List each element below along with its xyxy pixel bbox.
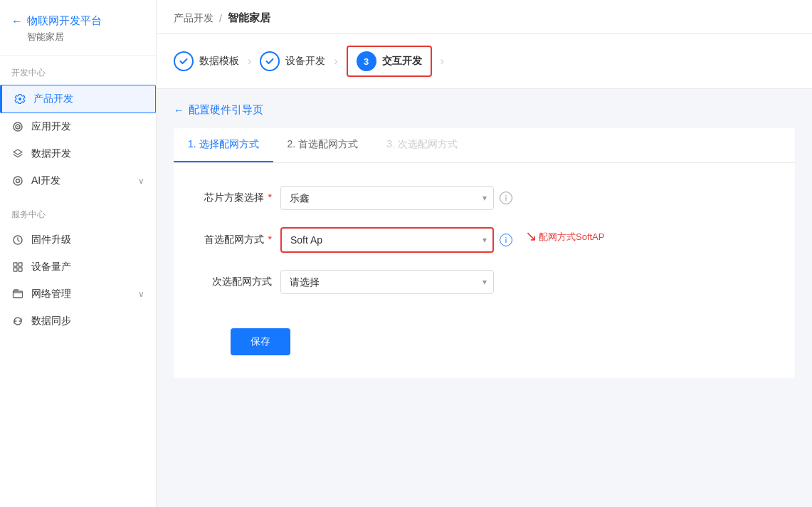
primary-info-icon[interactable]: i	[500, 234, 512, 246]
svg-rect-9	[19, 268, 22, 271]
sidebar-item-mass-prod-label: 设备量产	[31, 261, 71, 273]
save-button[interactable]: 保存	[231, 328, 290, 355]
back-arrow-icon: ←	[11, 15, 23, 28]
sidebar-item-data-sync[interactable]: 数据同步	[0, 308, 156, 335]
ai-icon	[11, 174, 24, 187]
secondary-network-form-control: 请选择 ▾	[280, 270, 494, 294]
sidebar-item-firmware[interactable]: 固件升级	[0, 226, 156, 254]
tabs-bar: 1. 选择配网方式 2. 首选配网方式 3. 次选配网方式	[174, 128, 795, 163]
gear-icon	[14, 93, 26, 105]
annotation: ↗ 配网方式SoftAP	[525, 229, 604, 246]
sidebar: ← 物联网开发平台 智能家居 开发中心 产品开发 应用开发 数据开发 AI开发 …	[0, 0, 157, 507]
sidebar-item-network-mgmt-label: 网络管理	[31, 288, 71, 300]
main-content: 产品开发 / 智能家居 数据模板 › 设备开发 › 3 交互开发 ›	[157, 0, 812, 507]
layers-icon	[11, 147, 24, 160]
step-2-label: 设备开发	[285, 55, 325, 68]
breadcrumb-separator: /	[219, 13, 222, 24]
folder-icon	[11, 288, 24, 300]
sidebar-item-product-dev-label: 产品开发	[33, 93, 73, 105]
form-body: 芯片方案选择 * 乐鑫 ▾ i 首选	[174, 180, 795, 317]
breadcrumb: 产品开发 / 智能家居	[157, 0, 812, 34]
dev-center-label: 开发中心	[0, 56, 156, 85]
step-data-template[interactable]: 数据模板	[174, 51, 239, 71]
primary-network-select[interactable]: Soft Ap	[280, 227, 494, 253]
sidebar-header: ← 物联网开发平台 智能家居	[0, 0, 156, 56]
step-device-dev[interactable]: 设备开发	[260, 51, 325, 71]
svg-point-2	[17, 126, 19, 127]
primary-select-wrapper: Soft Ap ▾	[280, 227, 494, 253]
svg-rect-8	[14, 268, 17, 271]
sidebar-item-data-sync-label: 数据同步	[31, 315, 71, 328]
annotation-arrow-icon: ↗	[525, 229, 537, 246]
svg-rect-7	[19, 263, 22, 266]
secondary-network-select[interactable]: 请选择	[280, 270, 494, 294]
sidebar-subtitle: 智能家居	[11, 31, 144, 43]
step-2-circle	[260, 51, 280, 71]
sync-icon	[11, 315, 24, 328]
primary-network-form-control: Soft Ap ▾ i ↗ 配网方式SoftAP	[280, 227, 518, 253]
save-button-container: 保存	[174, 317, 795, 361]
sidebar-item-app-dev-label: 应用开发	[31, 120, 71, 133]
secondary-select-wrapper: 请选择 ▾	[280, 270, 494, 294]
step-3-label: 交互开发	[382, 55, 422, 68]
chip-form-row: 芯片方案选择 * 乐鑫 ▾ i	[202, 186, 766, 210]
sidebar-item-app-dev[interactable]: 应用开发	[0, 113, 156, 140]
primary-required-mark: *	[265, 234, 272, 245]
step-arrow-3: ›	[441, 55, 444, 68]
tab-select-network[interactable]: 1. 选择配网方式	[174, 128, 273, 162]
tab-secondary-network: 3. 次选配网方式	[372, 128, 472, 162]
sidebar-item-data-dev[interactable]: 数据开发	[0, 140, 156, 167]
breadcrumb-link[interactable]: 产品开发	[174, 12, 213, 25]
step-interaction-dev[interactable]: 3 交互开发	[347, 46, 432, 77]
chip-label: 芯片方案选择 *	[202, 192, 280, 204]
chip-form-control: 乐鑫 ▾ i	[280, 186, 512, 210]
page-back-arrow-icon: ←	[174, 104, 184, 116]
sidebar-item-network-mgmt[interactable]: 网络管理 ∨	[0, 281, 156, 308]
chip-select-wrapper: 乐鑫 ▾	[280, 186, 494, 210]
svg-point-3	[14, 177, 22, 185]
step-arrow-1: ›	[248, 55, 251, 68]
sidebar-item-ai-dev-label: AI开发	[31, 174, 60, 187]
sidebar-item-ai-dev[interactable]: AI开发 ∨	[0, 167, 156, 194]
svg-point-4	[16, 179, 20, 183]
breadcrumb-current: 智能家居	[228, 11, 270, 25]
chip-info-icon[interactable]: i	[500, 192, 512, 204]
steps-bar: 数据模板 › 设备开发 › 3 交互开发 ›	[157, 34, 812, 89]
sidebar-back-button[interactable]: ← 物联网开发平台	[11, 14, 144, 28]
update-icon	[11, 234, 24, 246]
annotation-text: 配网方式SoftAP	[539, 231, 604, 244]
secondary-network-form-row: 次选配网方式 请选择 ▾	[202, 270, 766, 294]
step-3-number: 3	[364, 56, 369, 67]
sidebar-item-product-dev[interactable]: 产品开发	[0, 85, 156, 113]
svg-rect-6	[14, 263, 17, 266]
grid-icon	[11, 261, 24, 273]
chip-select[interactable]: 乐鑫	[280, 186, 494, 210]
target-icon	[11, 120, 24, 133]
service-center-label: 服务中心	[0, 197, 156, 226]
step-3-circle: 3	[357, 51, 376, 71]
sidebar-item-data-dev-label: 数据开发	[31, 147, 71, 160]
sidebar-item-firmware-label: 固件升级	[31, 234, 71, 246]
primary-network-form-row: 首选配网方式 * Soft Ap ▾ i	[202, 227, 766, 253]
secondary-network-label: 次选配网方式	[202, 276, 280, 288]
step-1-circle	[174, 51, 194, 71]
step-1-label: 数据模板	[199, 55, 239, 68]
step-arrow-2: ›	[334, 55, 337, 68]
content-area: ← 配置硬件引导页 1. 选择配网方式 2. 首选配网方式 3. 次选配网方式	[157, 89, 812, 507]
page-back-button[interactable]: ← 配置硬件引导页	[174, 103, 795, 117]
sidebar-item-mass-prod[interactable]: 设备量产	[0, 254, 156, 281]
page-back-label: 配置硬件引导页	[189, 103, 263, 117]
chip-required-mark: *	[265, 192, 272, 203]
chevron-down-icon: ∨	[138, 176, 144, 186]
primary-select-container: Soft Ap ▾	[280, 227, 494, 253]
chevron-down-icon-2: ∨	[138, 289, 144, 299]
primary-network-label: 首选配网方式 *	[202, 234, 280, 246]
main-card: 1. 选择配网方式 2. 首选配网方式 3. 次选配网方式 芯片方案选择 *	[174, 128, 795, 378]
sidebar-platform-name: 物联网开发平台	[27, 14, 102, 28]
tab-primary-network[interactable]: 2. 首选配网方式	[273, 128, 373, 162]
